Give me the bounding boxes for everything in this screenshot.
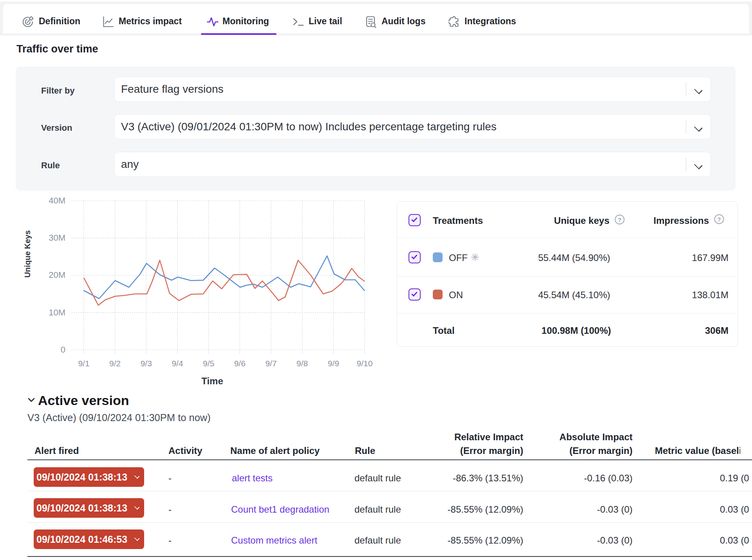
svg-text:20M: 20M bbox=[49, 270, 65, 280]
svg-text:?: ? bbox=[717, 216, 721, 223]
svg-text:9/5: 9/5 bbox=[203, 359, 214, 368]
svg-text:40M: 40M bbox=[49, 196, 65, 205]
svg-text:30M: 30M bbox=[49, 233, 65, 243]
svg-text:0: 0 bbox=[61, 345, 65, 355]
svg-text:9/8: 9/8 bbox=[296, 359, 308, 368]
svg-text:9/4: 9/4 bbox=[172, 359, 183, 368]
svg-text:9/7: 9/7 bbox=[265, 359, 277, 368]
svg-text:9/9: 9/9 bbox=[328, 359, 339, 368]
svg-text:?: ? bbox=[618, 216, 621, 223]
svg-text:9/10: 9/10 bbox=[357, 359, 373, 368]
svg-text:9/6: 9/6 bbox=[234, 359, 246, 368]
svg-text:9/3: 9/3 bbox=[141, 359, 152, 368]
svg-text:9/2: 9/2 bbox=[109, 359, 121, 368]
svg-text:Unique Keys: Unique Keys bbox=[23, 230, 32, 277]
svg-text:9/1: 9/1 bbox=[78, 359, 89, 368]
svg-text:Time: Time bbox=[201, 376, 223, 386]
svg-text:10M: 10M bbox=[49, 308, 65, 317]
